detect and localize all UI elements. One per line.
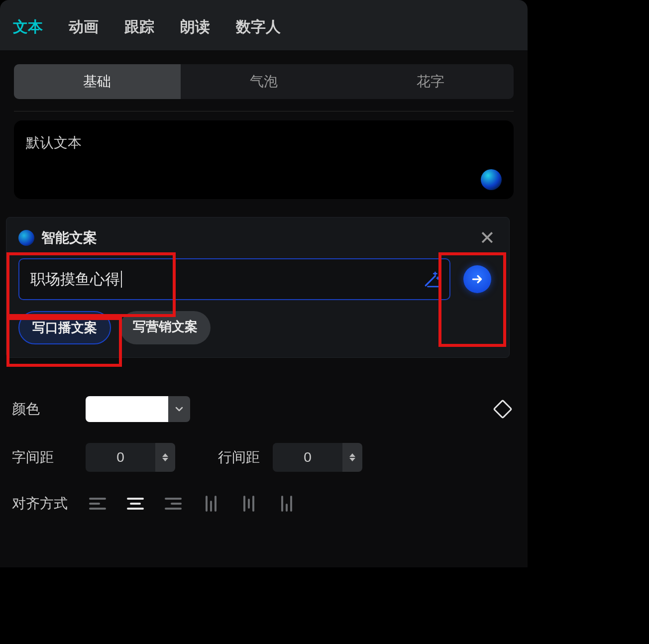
ai-orb-icon <box>18 230 34 246</box>
tab-track[interactable]: 跟踪 <box>124 17 154 37</box>
keyframe-diamond-icon[interactable] <box>493 399 513 419</box>
letter-spacing-input[interactable]: 0 <box>86 443 175 472</box>
align-buttons <box>86 493 299 515</box>
subtab-bubble[interactable]: 气泡 <box>181 64 347 99</box>
submit-button[interactable] <box>457 258 497 300</box>
close-icon[interactable]: ✕ <box>477 228 497 247</box>
align-left-icon[interactable] <box>86 493 109 515</box>
ai-orb-button[interactable] <box>481 169 502 190</box>
valign-middle-icon[interactable] <box>237 493 261 515</box>
content-area: 基础 气泡 花字 默认文本 <box>0 50 528 218</box>
arrow-right-icon <box>463 265 491 293</box>
step-down-icon[interactable] <box>349 458 355 461</box>
line-spacing-stepper[interactable] <box>342 443 362 472</box>
popover-header: 智能文案 ✕ <box>18 228 497 247</box>
spacing-row: 字间距 0 行间距 0 <box>12 443 510 472</box>
chevron-down-icon[interactable] <box>168 396 190 422</box>
step-up-icon[interactable] <box>162 453 168 457</box>
tab-animation[interactable]: 动画 <box>69 17 99 37</box>
text-properties: 颜色 字间距 0 行间距 0 <box>12 396 510 536</box>
prompt-input[interactable]: 职场摸鱼心得 <box>18 258 450 300</box>
subtab-basic[interactable]: 基础 <box>14 64 181 99</box>
prompt-row: 职场摸鱼心得 <box>18 258 497 300</box>
step-up-icon[interactable] <box>349 453 355 457</box>
valign-top-icon[interactable] <box>199 493 223 515</box>
subtab-row: 基础 气泡 花字 <box>14 64 514 99</box>
tab-read[interactable]: 朗读 <box>180 17 210 37</box>
color-row: 颜色 <box>12 396 510 422</box>
color-picker[interactable] <box>86 396 190 422</box>
divider <box>14 111 514 111</box>
line-spacing-value: 0 <box>273 443 342 472</box>
align-row: 对齐方式 <box>12 493 510 515</box>
tab-digital[interactable]: 数字人 <box>236 17 281 37</box>
line-spacing-label: 行间距 <box>218 448 273 467</box>
letter-spacing-stepper[interactable] <box>155 443 175 472</box>
letter-spacing-value: 0 <box>86 443 155 472</box>
popover-title: 智能文案 <box>41 228 97 247</box>
tab-text[interactable]: 文本 <box>13 17 43 37</box>
color-swatch <box>86 396 168 422</box>
smart-copy-popover: 智能文案 ✕ 职场摸鱼心得 写口播文案 写营销文案 <box>6 217 510 358</box>
align-label: 对齐方式 <box>12 494 86 513</box>
chip-broadcast[interactable]: 写口播文案 <box>18 311 111 344</box>
top-tab-bar: 文本 动画 跟踪 朗读 数字人 <box>0 0 528 50</box>
text-input-area[interactable]: 默认文本 <box>14 120 514 199</box>
line-spacing-input[interactable]: 0 <box>273 443 362 472</box>
text-input-value: 默认文本 <box>26 135 82 150</box>
letter-spacing-label: 字间距 <box>12 448 86 467</box>
chip-marketing[interactable]: 写营销文案 <box>120 311 211 344</box>
valign-bottom-icon[interactable] <box>275 493 299 515</box>
text-panel: 文本 动画 跟踪 朗读 数字人 基础 气泡 花字 默认文本 智能文案 ✕ 职场摸… <box>0 0 528 567</box>
text-caret <box>121 271 122 288</box>
align-right-icon[interactable] <box>161 493 185 515</box>
chip-row: 写口播文案 写营销文案 <box>18 311 497 344</box>
step-down-icon[interactable] <box>162 458 168 461</box>
subtab-fancy[interactable]: 花字 <box>347 64 514 99</box>
align-center-icon[interactable] <box>123 493 147 515</box>
color-label: 颜色 <box>12 400 86 419</box>
prompt-value: 职场摸鱼心得 <box>30 269 120 290</box>
magic-wand-icon[interactable] <box>424 271 440 288</box>
